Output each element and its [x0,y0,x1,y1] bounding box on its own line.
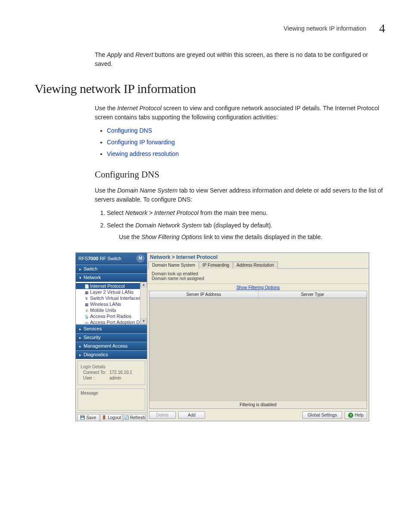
tree-item-internet-protocol[interactable]: 📄Internet Protocol [76,283,147,289]
login-legend: Login Details [81,364,142,369]
heading-1: Viewing network IP information [34,81,385,96]
col-server-type[interactable]: Server Type [258,291,367,298]
step: Select the Domain Network System tab (di… [107,221,385,242]
ordered-steps: Select Network > Internet Protocol from … [95,208,385,242]
tree-item[interactable]: ↯Switch Virtual Interfaces [76,295,147,301]
tab-address-resolution[interactable]: Address Resolution [233,261,278,269]
sidebar-item-services[interactable]: Services [76,324,147,333]
table-header: Server IP Address Server Type [149,291,367,298]
logout-button[interactable]: 🚪Logout [100,414,123,421]
intro-paragraph: The Apply and Revert buttons are greyed … [95,50,385,68]
chapter-number: 4 [379,22,385,35]
mobile-icon: ⎚ [84,308,89,313]
refresh-button[interactable]: 🔄Refresh [123,414,146,421]
product-name: RFS7000 RF Switch [78,256,121,261]
sidebar-tree: 📄Internet Protocol ▦Layer 2 Virtual LANs… [76,282,147,324]
tree-item[interactable]: ▦Layer 2 Virtual LANs [76,289,147,295]
save-button[interactable]: 💾Save [77,414,100,421]
tab-ip-forwarding[interactable]: IP Forwarding [199,261,233,269]
step-sub: Use the Show Filtering Options link to v… [119,233,385,242]
radio-icon: 📡 [84,314,89,319]
logo-icon: M [137,255,144,262]
filter-status: Filtering is disabled [149,401,367,409]
bullet-list: Configuring DNS Configuring IP forwardin… [95,126,385,159]
user-value: admin [109,376,121,380]
global-settings-button[interactable]: Global Settings [302,411,342,419]
col-server-ip[interactable]: Server IP Address [149,291,258,298]
header-title: Viewing network IP information [283,25,366,32]
sidebar-item-security[interactable]: Security [76,333,147,342]
paragraph: Use the Internet Protocol screen to view… [95,104,385,122]
main-panel: Network > Internet Protocol Domain Name … [147,253,369,421]
message-legend: Message [81,391,142,395]
sidebar-title: RFS7000 RF Switch M [76,253,147,264]
step: Select Network > Internet Protocol from … [107,208,385,218]
connect-to-value: 172.16.10.1 [109,370,132,375]
sidebar: RFS7000 RF Switch M Switch Network 📄Inte… [76,253,147,421]
show-filtering-options-link[interactable]: Show Filtering Options [237,285,280,290]
tab-row: Domain Name System IP Forwarding Address… [147,261,369,269]
help-icon: ? [348,413,353,418]
scroll-down-icon[interactable]: ▼ [140,318,147,324]
main-footer: Delete Add Global Settings ?Help [147,409,369,421]
adoption-icon: ▭ [84,320,89,325]
page-icon: 📄 [84,284,89,289]
app-screenshot: RFS7000 RF Switch M Switch Network 📄Inte… [75,252,369,421]
link-configuring-ip-forwarding[interactable]: Configuring IP forwarding [107,139,175,146]
delete-button[interactable]: Delete [149,411,176,419]
tree-item[interactable]: 📡Access Port Radios [76,313,147,319]
sidebar-item-diagnostics[interactable]: Diagnostics [76,350,147,359]
message-box: Message [78,389,145,411]
link-viewing-address-resolution[interactable]: Viewing address resolution [107,150,179,157]
link-configuring-dns[interactable]: Configuring DNS [107,127,152,134]
sidebar-item-network[interactable]: Network [76,273,147,282]
scrollbar[interactable]: ▲ ▼ [140,282,147,324]
login-details-box: Login Details Connect To:172.16.10.1 Use… [78,361,145,385]
logout-icon: 🚪 [102,415,106,420]
scroll-up-icon[interactable]: ▲ [140,282,147,287]
table-body[interactable] [149,298,367,401]
page-header: Viewing network IP information 4 [34,22,385,35]
wlan-icon: ▦ [84,302,89,307]
lan-icon: ▦ [84,290,89,295]
help-button[interactable]: ?Help [345,411,367,419]
sidebar-footer: 💾Save 🚪Logout 🔄Refresh [76,412,147,423]
tree-item[interactable]: ▦Wireless LANs [76,301,147,307]
tree-item[interactable]: ▭Access Port Adoption Defaults [76,319,147,325]
filter-link-row: Show Filtering Options [147,284,369,291]
add-button[interactable]: Add [178,411,205,419]
sidebar-item-management-access[interactable]: Management Access [76,342,147,350]
breadcrumb: Network > Internet Protocol [147,253,369,261]
interface-icon: ↯ [84,296,89,301]
refresh-icon: 🔄 [124,415,129,420]
tree-item[interactable]: ⎚Mobile Units [76,307,147,313]
heading-2: Configuring DNS [95,168,385,182]
status-text: Domain look up enabled Domain name not a… [147,269,369,284]
save-icon: 💾 [80,415,85,420]
tab-domain-name-system[interactable]: Domain Name System [148,261,199,269]
paragraph: Use the Domain Name System tab to view S… [95,186,385,204]
sidebar-item-switch[interactable]: Switch [76,264,147,273]
